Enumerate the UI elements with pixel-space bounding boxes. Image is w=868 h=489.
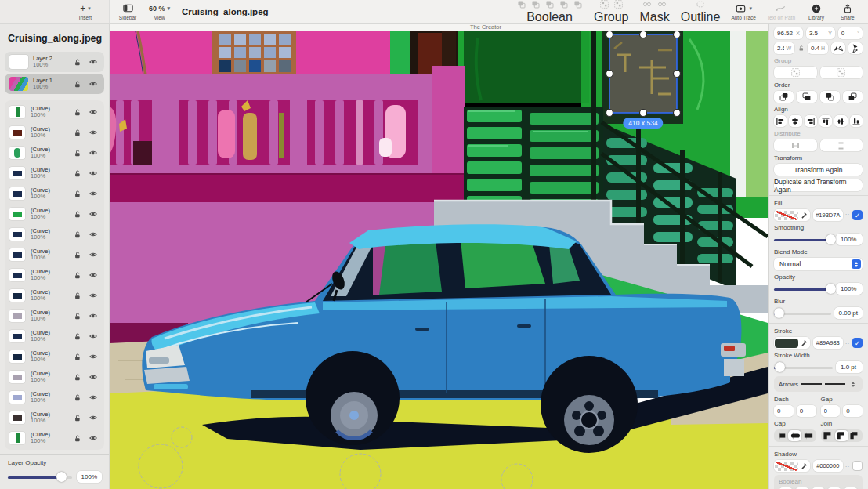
sidebar-toggle-button[interactable]: Sidebar	[118, 3, 138, 20]
dash2-input[interactable]	[800, 408, 813, 415]
height-input[interactable]	[811, 45, 819, 52]
cap-butt-button[interactable]	[775, 430, 788, 441]
curve-layer-row[interactable]: (Curve) 100%	[5, 143, 104, 163]
height-field[interactable]: H	[808, 42, 828, 54]
group-icon[interactable]	[599, 0, 609, 9]
curve-layer-row[interactable]: (Curve) 100%	[5, 326, 104, 346]
library-button[interactable]: Library	[806, 3, 826, 20]
visibility-eye-icon[interactable]	[89, 189, 98, 198]
lock-icon[interactable]	[73, 108, 81, 117]
selection-handle[interactable]	[674, 31, 681, 38]
selection-handle[interactable]	[606, 31, 613, 38]
cap-round-button[interactable]	[788, 430, 801, 441]
arrow-end-preview[interactable]	[825, 383, 845, 385]
boolean-exclude-icon[interactable]	[559, 0, 569, 9]
visibility-eye-icon[interactable]	[89, 291, 98, 300]
cap-square-button[interactable]	[801, 430, 815, 441]
flip-vertical-button[interactable]	[848, 42, 863, 54]
lock-icon[interactable]	[73, 353, 81, 361]
stroke-enabled-checkbox[interactable]: ✓	[852, 338, 863, 348]
lock-icon[interactable]	[73, 271, 81, 280]
ungroup-button[interactable]	[820, 67, 863, 78]
visibility-eye-icon[interactable]	[89, 352, 98, 361]
duplicate-transform-button[interactable]: Duplicate and Transform Again	[774, 179, 863, 191]
gap2-field[interactable]	[843, 405, 863, 417]
align-center-h-button[interactable]	[789, 115, 801, 127]
y-position-field[interactable]: Y	[806, 27, 835, 39]
boolean-subtract-icon[interactable]	[530, 0, 541, 9]
stroke-width-slider[interactable]	[774, 362, 833, 373]
lock-icon[interactable]	[73, 373, 81, 382]
lock-icon[interactable]	[73, 230, 81, 239]
visibility-eye-icon[interactable]	[89, 433, 98, 443]
lock-icon[interactable]	[73, 312, 81, 321]
smoothing-slider[interactable]	[774, 234, 833, 245]
visibility-eye-icon[interactable]	[89, 393, 98, 402]
dash1-input[interactable]	[777, 408, 790, 415]
flip-horizontal-button[interactable]	[831, 42, 845, 54]
visibility-eye-icon[interactable]	[89, 209, 98, 219]
rotation-input[interactable]	[841, 30, 855, 37]
curve-layer-row[interactable]: (Curve) 100%	[5, 306, 104, 326]
stroke-swatch[interactable]	[774, 337, 810, 349]
curve-layer-row[interactable]: (Curve) 100%	[5, 285, 104, 306]
lock-icon[interactable]	[73, 129, 81, 137]
boolean-union-icon[interactable]	[516, 0, 526, 9]
lock-icon[interactable]	[73, 251, 81, 259]
visibility-eye-icon[interactable]	[89, 79, 98, 89]
text-on-path-button[interactable]: Text on Path	[767, 3, 795, 20]
curve-layer-row[interactable]: (Curve) 100%	[5, 265, 104, 285]
curve-layer-row[interactable]: (Curve) 100%	[5, 102, 104, 122]
opacity-value[interactable]: 100%	[836, 283, 863, 295]
insert-button[interactable]: +▾ Insert	[75, 3, 96, 20]
layer-opacity-value[interactable]: 100%	[77, 471, 102, 483]
unmask-icon[interactable]	[656, 0, 667, 9]
swatch-grid-icon[interactable]: ∷	[846, 340, 849, 346]
visibility-eye-icon[interactable]	[89, 250, 98, 259]
x-input[interactable]	[777, 30, 794, 37]
swatch-grid-icon[interactable]: ∷	[846, 212, 849, 219]
lock-icon[interactable]	[73, 292, 81, 300]
stroke-hex-field[interactable]	[813, 337, 843, 349]
aspect-lock-icon[interactable]	[797, 45, 805, 52]
gap1-input[interactable]	[824, 408, 837, 415]
curve-layer-row[interactable]: (Curve) 100%	[5, 367, 104, 387]
curve-layer-row[interactable]: (Curve) 100%	[5, 183, 104, 204]
selection-handle[interactable]	[640, 31, 647, 38]
gap1-field[interactable]	[821, 405, 841, 417]
boolean-intersect-icon[interactable]	[544, 0, 555, 9]
transform-again-button[interactable]: Transform Again	[774, 164, 863, 176]
auto-trace-button[interactable]: ▾ Auto Trace	[731, 3, 755, 20]
visibility-eye-icon[interactable]	[89, 128, 98, 137]
lock-icon[interactable]	[73, 393, 81, 402]
bring-forward-button[interactable]	[797, 91, 816, 103]
distribute-vertical-button[interactable]	[820, 139, 863, 151]
lock-icon[interactable]	[73, 190, 81, 198]
stepper-icon[interactable]	[848, 379, 858, 389]
join-miter-button[interactable]	[822, 430, 835, 441]
visibility-eye-icon[interactable]	[89, 372, 98, 382]
align-top-button[interactable]	[819, 115, 832, 127]
lock-icon[interactable]	[73, 58, 81, 67]
join-round-button[interactable]	[835, 430, 848, 441]
shadow-hex-input[interactable]	[813, 462, 843, 470]
lock-icon[interactable]	[73, 414, 81, 422]
outline-icon[interactable]	[695, 0, 706, 9]
stroke-width-value[interactable]: 1.0 pt	[836, 361, 863, 373]
gap2-input[interactable]	[846, 408, 859, 415]
curve-layer-row[interactable]: (Curve) 100%	[5, 224, 104, 244]
align-bottom-button[interactable]	[850, 115, 863, 127]
send-to-back-button[interactable]	[843, 91, 863, 103]
visibility-eye-icon[interactable]	[89, 107, 98, 117]
rotation-field[interactable]: °	[838, 27, 863, 39]
eyedropper-icon[interactable]	[798, 211, 809, 219]
curve-layer-row[interactable]: (Curve) 100%	[5, 204, 104, 224]
distribute-horizontal-button[interactable]	[774, 139, 817, 151]
visibility-eye-icon[interactable]	[89, 413, 98, 422]
fill-hex-field[interactable]	[813, 209, 843, 221]
lock-icon[interactable]	[73, 434, 81, 443]
selection-handle[interactable]	[674, 110, 681, 117]
curve-layer-row[interactable]: (Curve) 100%	[5, 122, 104, 143]
selection-handle[interactable]	[640, 110, 647, 117]
blend-mode-select[interactable]: Normal	[774, 258, 863, 270]
